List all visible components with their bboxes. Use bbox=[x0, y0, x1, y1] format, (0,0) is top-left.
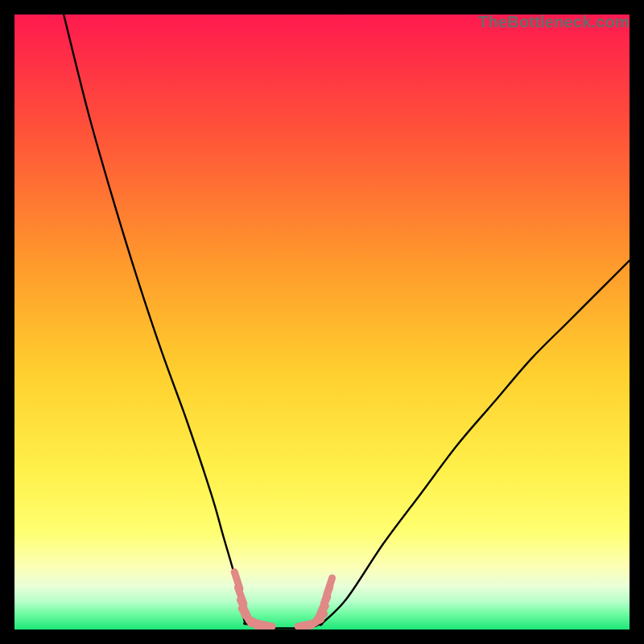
watermark-text: TheBottleneck.com bbox=[478, 13, 630, 31]
bottleneck-curve bbox=[64, 14, 630, 628]
trough-ticks-left bbox=[234, 572, 272, 627]
chart-frame: TheBottleneck.com bbox=[14, 14, 630, 630]
bottleneck-curve-layer bbox=[14, 14, 630, 630]
trough-tick bbox=[255, 623, 273, 627]
